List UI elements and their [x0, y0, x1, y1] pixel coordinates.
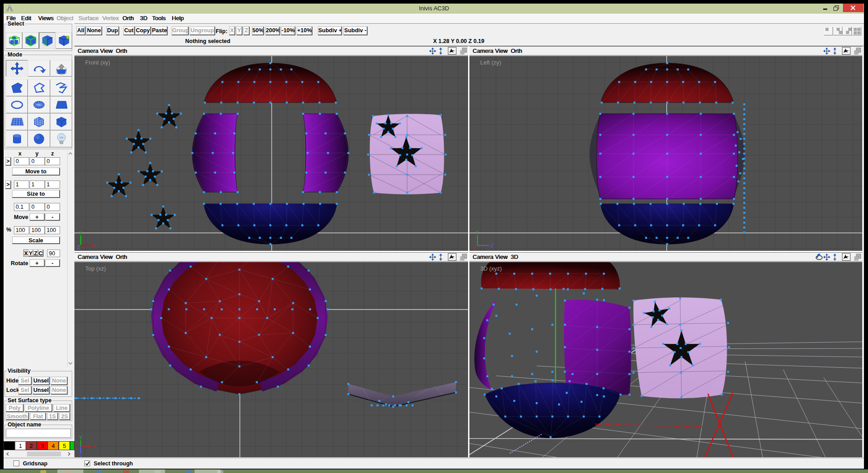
- svg-text:Z: Z: [490, 243, 494, 248]
- svg-text:Top (xz): Top (xz): [85, 265, 106, 272]
- svg-text:Y: Y: [476, 230, 479, 235]
- svg-text:Front (xy): Front (xy): [85, 59, 110, 66]
- svg-text:X: X: [93, 443, 96, 449]
- svg-text:X: X: [91, 243, 95, 249]
- svg-text:Z: Z: [77, 245, 80, 250]
- svg-text:Y: Y: [79, 230, 82, 236]
- svg-text:Y: Y: [79, 435, 82, 440]
- svg-text:Z: Z: [79, 455, 82, 457]
- svg-text:3D (xyz): 3D (xyz): [480, 265, 502, 272]
- svg-text:X: X: [472, 246, 476, 251]
- svg-text:Left (zy): Left (zy): [480, 59, 501, 66]
